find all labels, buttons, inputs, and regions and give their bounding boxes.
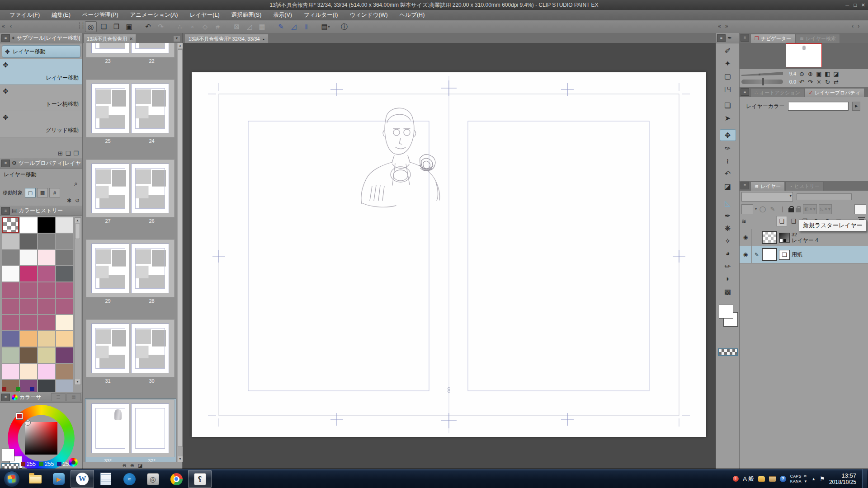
navigator-zoom-icon[interactable]: ⊕	[806, 70, 815, 77]
color-swatch[interactable]	[56, 282, 73, 298]
saturation-value-square[interactable]	[25, 422, 57, 455]
taskbar-notepad[interactable]	[94, 470, 118, 488]
color-swatch[interactable]	[56, 380, 73, 392]
foreground-color-swatch[interactable]	[719, 304, 733, 319]
tool-button[interactable]: ◪	[720, 181, 736, 192]
foreground-color-swatch[interactable]	[2, 449, 14, 461]
thumbnail-zoom-icon[interactable]: ⊕	[130, 463, 134, 469]
layer-color-expand-icon[interactable]: ▶	[852, 102, 860, 111]
taskbar-explorer[interactable]	[24, 470, 47, 488]
toolbar-button[interactable]: ◿	[288, 22, 299, 32]
color-swatch[interactable]	[2, 266, 19, 282]
menu-item[interactable]: 表示(V)	[267, 10, 298, 20]
page-spread-thumbnail[interactable]: 25 24	[85, 79, 176, 145]
subtool-footer-icon[interactable]: ❏	[66, 150, 71, 157]
color-panel-tab-icon[interactable]: ☰	[51, 393, 66, 401]
color-swatch[interactable]	[2, 250, 19, 265]
page-spread-thumbnail[interactable]: 31 30	[85, 319, 176, 385]
document-page[interactable]	[192, 72, 706, 437]
tool-property-footer-icon[interactable]: ✱	[67, 197, 71, 204]
toolbar-button[interactable]: ⊠	[231, 22, 242, 32]
pin-layer-icon[interactable]: ◯	[759, 206, 767, 212]
toolbar-button[interactable]: ∴	[175, 22, 185, 32]
menu-item[interactable]: ウィンドウ(W)	[344, 10, 393, 20]
subtool-footer-icon[interactable]: ⊞	[58, 150, 63, 157]
subtool-item[interactable]: ✥ グリッド移動	[0, 111, 82, 137]
tab-layers[interactable]: ≋ レイヤー	[750, 182, 785, 191]
toolbar-drag-handle[interactable]: ┆┆	[78, 22, 85, 29]
tool-button[interactable]: ✑	[720, 143, 736, 154]
panel-menu-icon[interactable]: ≡	[717, 34, 726, 42]
ime-pad-icon[interactable]	[758, 476, 765, 482]
ime-mode-indicator[interactable]: A 般	[743, 475, 754, 483]
maximize-button[interactable]: □	[854, 2, 857, 8]
color-history-scrollbar[interactable]: ▲ ▼	[75, 217, 81, 385]
scroll-down-icon[interactable]: ▼	[75, 379, 80, 385]
color-swatch[interactable]	[38, 217, 55, 233]
ruler-range-group[interactable]: ◺✕▾	[819, 204, 832, 214]
collapse-right-panel-icon[interactable]: ‹ ›	[852, 23, 861, 29]
rotation-slider[interactable]	[741, 80, 783, 84]
panel-menu-icon[interactable]: ≡	[1, 207, 10, 215]
color-swatch[interactable]	[20, 347, 37, 363]
scroll-up-icon[interactable]: ▲	[178, 43, 183, 48]
lock-layer-icon[interactable]	[788, 208, 794, 212]
new-layer-dialog-button[interactable]: ❏	[788, 216, 798, 226]
color-swatch[interactable]	[56, 315, 73, 330]
page-spread-thumbnail[interactable]: 33* 32*	[85, 399, 176, 462]
color-swatch[interactable]	[20, 234, 37, 249]
color-swatch[interactable]	[20, 331, 37, 347]
navigator-zoom-icon[interactable]: ▣	[815, 70, 823, 77]
toolbar-button[interactable]: ▣	[124, 22, 135, 32]
move-target-toggle[interactable]: #	[49, 188, 60, 197]
panel-menu-icon[interactable]: ≡	[1, 160, 10, 167]
start-button[interactable]	[0, 470, 24, 488]
tool-button[interactable]: ≀	[720, 155, 736, 166]
tool-button[interactable]: ◗	[720, 273, 736, 284]
color-swatch[interactable]	[56, 266, 73, 282]
color-swatch[interactable]	[38, 315, 55, 330]
color-swatch[interactable]	[20, 250, 37, 265]
color-swatch[interactable]	[20, 266, 37, 282]
tool-button[interactable]: ❋	[720, 223, 736, 234]
subtool-group-button[interactable]: ✥ レイヤー移動	[2, 45, 80, 58]
toolbar-button[interactable]: ◎	[85, 21, 97, 32]
color-swatch[interactable]	[20, 299, 37, 314]
color-swatch[interactable]	[20, 364, 37, 379]
page-spread-thumbnail[interactable]: 27 26	[85, 159, 176, 225]
color-swatch[interactable]	[56, 299, 73, 314]
tool-button[interactable]: ✧	[720, 235, 736, 246]
color-swatch[interactable]	[56, 250, 73, 265]
color-swatch[interactable]	[38, 250, 55, 265]
toolbar-button[interactable]: ↷	[156, 22, 166, 32]
layer-color-value[interactable]	[788, 102, 849, 111]
toolbar-button[interactable]: ❏	[99, 22, 109, 32]
subtool-item[interactable]: ✥ トーン柄移動	[0, 85, 82, 111]
scrollbar-thumb[interactable]	[75, 224, 80, 239]
lock-transparent-icon[interactable]	[796, 208, 801, 212]
layer-row[interactable]: ◉ ✎ ❏ 用紙	[740, 246, 868, 263]
tool-button[interactable]: ❏	[720, 100, 736, 111]
tool-button[interactable]: ▩	[720, 286, 736, 297]
tool-button[interactable]: ◕	[720, 248, 736, 259]
menu-item[interactable]: ページ管理(P)	[76, 10, 124, 20]
tool-button[interactable]: ➤	[720, 113, 736, 123]
ime-toolbox-icon[interactable]	[769, 476, 776, 482]
tool-button[interactable]: ✥	[720, 129, 736, 141]
menu-item[interactable]: ヘルプ(H)	[394, 10, 431, 20]
color-swatch[interactable]	[2, 315, 19, 330]
menu-item[interactable]: フィルター(I)	[298, 10, 344, 20]
color-swatch[interactable]	[2, 282, 19, 298]
tab-history[interactable]: ◔ ヒストリー	[785, 182, 824, 191]
toolbar-button[interactable]: ‖	[301, 22, 312, 32]
color-swatch[interactable]	[20, 282, 37, 298]
opacity-slider[interactable]	[797, 193, 852, 200]
layer-thumbnail[interactable]	[762, 248, 777, 261]
layer-name[interactable]: 用紙	[792, 251, 802, 258]
rotation-slider-thumb[interactable]	[762, 78, 764, 85]
page-spread-thumbnail[interactable]: 29 28	[85, 239, 176, 305]
color-swatch[interactable]	[38, 282, 55, 298]
tool-button[interactable]: ◺	[720, 197, 736, 208]
tab-close-icon[interactable]: ✕	[129, 37, 133, 41]
color-swatch[interactable]	[20, 315, 37, 330]
